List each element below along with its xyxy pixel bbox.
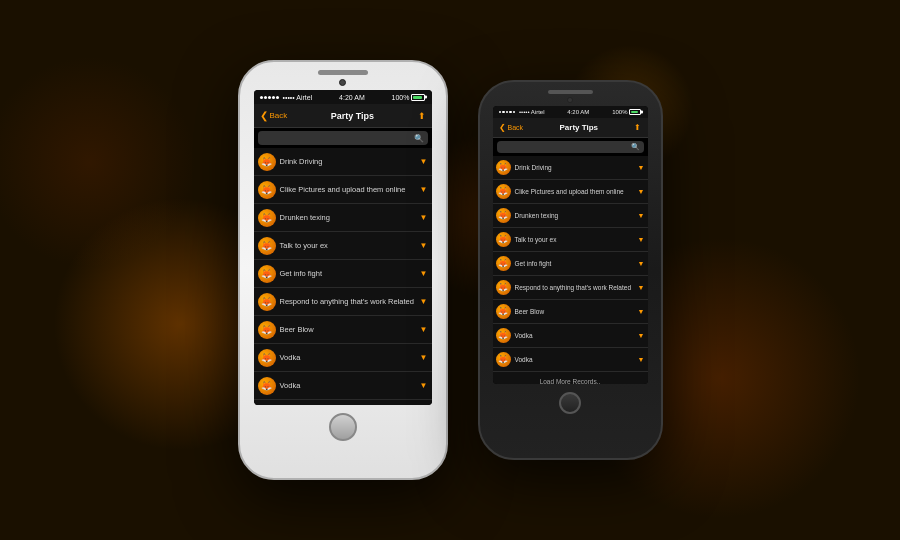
white-battery-icon <box>411 94 425 101</box>
item-label: Drink Driving <box>280 157 416 166</box>
item-chevron: ▼ <box>420 297 428 306</box>
item-chevron: ▼ <box>638 260 645 267</box>
white-nav-title: Party Tips <box>331 111 374 121</box>
list-item[interactable]: 🦊 Drunken texing ▼ <box>254 204 432 232</box>
list-item[interactable]: 🦊 Vodka ▼ <box>254 344 432 372</box>
list-item[interactable]: 🦊 Drunken texing ▼ <box>493 204 648 228</box>
black-list: 🦊 Drink Driving ▼ 🦊 Clike Pictures and u… <box>493 156 648 384</box>
item-fox-icon: 🦊 <box>496 232 511 247</box>
item-chevron: ▼ <box>638 236 645 243</box>
white-back-label: Back <box>270 111 288 120</box>
black-home-button[interactable] <box>559 392 581 414</box>
item-fox-icon: 🦊 <box>258 377 276 395</box>
item-fox-icon: 🦊 <box>258 293 276 311</box>
list-item[interactable]: 🦊 Get info fight ▼ <box>493 252 648 276</box>
black-load-more[interactable]: Load More Records.. <box>493 372 648 384</box>
item-label: Beer Blow <box>280 325 416 334</box>
item-chevron: ▼ <box>638 188 645 195</box>
item-fox-icon: 🦊 <box>496 208 511 223</box>
white-phone-camera <box>339 79 346 86</box>
item-fox-icon: 🦊 <box>496 352 511 367</box>
list-item[interactable]: 🦊 Talk to your ex ▼ <box>254 232 432 260</box>
white-share-button[interactable]: ⬆ <box>418 111 426 121</box>
item-fox-icon: 🦊 <box>496 280 511 295</box>
list-item[interactable]: 🦊 Drink Driving ▼ <box>254 148 432 176</box>
item-fox-icon: 🦊 <box>258 153 276 171</box>
item-label: Vodka <box>515 332 634 340</box>
item-chevron: ▼ <box>420 241 428 250</box>
item-fox-icon: 🦊 <box>496 328 511 343</box>
item-fox-icon: 🦊 <box>258 321 276 339</box>
list-item[interactable]: 🦊 Vodka ▼ <box>493 348 648 372</box>
black-status-bar: ••••• Airtel 4:20 AM 100% <box>493 106 648 118</box>
black-battery-pct: 100% <box>612 109 627 115</box>
black-signal-dots <box>499 111 516 114</box>
item-label: Respond to anything that's work Related <box>515 284 634 292</box>
list-item[interactable]: 🦊 Vodka ▼ <box>493 324 648 348</box>
item-chevron: ▼ <box>420 381 428 390</box>
item-fox-icon: 🦊 <box>496 184 511 199</box>
white-battery-pct: 100% <box>392 94 410 101</box>
item-chevron: ▼ <box>638 164 645 171</box>
black-nav-title: Party Tips <box>560 123 599 132</box>
item-label: Vodka <box>280 381 416 390</box>
list-item[interactable]: 🦊 Respond to anything that's work Relate… <box>254 288 432 316</box>
black-phone-speaker <box>548 90 593 94</box>
black-nav-bar: ❮ Back Party Tips ⬆ <box>493 118 648 138</box>
black-back-chevron: ❮ <box>499 123 506 132</box>
black-carrier: ••••• Airtel <box>519 109 545 115</box>
item-label: Drunken texing <box>515 212 634 220</box>
item-chevron: ▼ <box>638 356 645 363</box>
black-battery-icon <box>629 109 641 115</box>
item-label: Clike Pictures and upload them online <box>280 185 416 194</box>
white-search-icon: 🔍 <box>414 134 424 143</box>
phones-container: ••••• Airtel 4:20 AM 100% ❮ Back Party T… <box>238 60 663 480</box>
item-label: Clike Pictures and upload them online <box>515 188 634 196</box>
black-search-icon: 🔍 <box>631 143 640 151</box>
white-back-chevron: ❮ <box>260 110 268 121</box>
list-item[interactable]: 🦊 Vodka ▼ <box>254 372 432 400</box>
black-phone-screen: ••••• Airtel 4:20 AM 100% ❮ Back Party T… <box>493 106 648 384</box>
black-search-bar[interactable]: 🔍 <box>497 141 644 153</box>
list-item[interactable]: 🦊 Get info fight ▼ <box>254 260 432 288</box>
item-fox-icon: 🦊 <box>258 237 276 255</box>
white-back-button[interactable]: ❮ Back <box>260 110 288 121</box>
item-chevron: ▼ <box>420 157 428 166</box>
black-phone-camera <box>567 97 573 103</box>
list-item[interactable]: 🦊 Drink Driving ▼ <box>493 156 648 180</box>
list-item[interactable]: 🦊 Talk to your ex ▼ <box>493 228 648 252</box>
item-chevron: ▼ <box>638 284 645 291</box>
item-fox-icon: 🦊 <box>258 209 276 227</box>
white-home-button[interactable] <box>329 413 357 441</box>
item-label: Talk to your ex <box>515 236 634 244</box>
item-chevron: ▼ <box>638 212 645 219</box>
white-list: 🦊 Drink Driving ▼ 🦊 Clike Pictures and u… <box>254 148 432 405</box>
black-share-button[interactable]: ⬆ <box>634 123 641 132</box>
white-phone-speaker <box>318 70 368 75</box>
item-label: Drunken texing <box>280 213 416 222</box>
item-fox-icon: 🦊 <box>258 181 276 199</box>
list-item[interactable]: 🦊 Beer Blow ▼ <box>493 300 648 324</box>
white-search-bar[interactable]: 🔍 <box>258 131 428 145</box>
item-chevron: ▼ <box>420 185 428 194</box>
item-fox-icon: 🦊 <box>258 265 276 283</box>
white-phone: ••••• Airtel 4:20 AM 100% ❮ Back Party T… <box>238 60 448 480</box>
item-chevron: ▼ <box>420 353 428 362</box>
list-item[interactable]: 🦊 Respond to anything that's work Relate… <box>493 276 648 300</box>
list-item[interactable]: 🦊 Clike Pictures and upload them online … <box>493 180 648 204</box>
item-chevron: ▼ <box>420 269 428 278</box>
item-label: Respond to anything that's work Related <box>280 297 416 306</box>
item-label: Talk to your ex <box>280 241 416 250</box>
list-item[interactable]: 🦊 Clike Pictures and upload them online … <box>254 176 432 204</box>
white-phone-top <box>240 62 446 90</box>
item-label: Vodka <box>515 356 634 364</box>
white-load-more[interactable]: Load More Records.. <box>254 400 432 405</box>
item-chevron: ▼ <box>638 308 645 315</box>
black-back-button[interactable]: ❮ Back <box>499 123 524 132</box>
white-status-bar: ••••• Airtel 4:20 AM 100% <box>254 90 432 104</box>
list-item[interactable]: 🦊 Beer Blow ▼ <box>254 316 432 344</box>
item-label: Get info fight <box>280 269 416 278</box>
white-signal-dots <box>260 96 279 99</box>
item-label: Drink Driving <box>515 164 634 172</box>
item-label: Get info fight <box>515 260 634 268</box>
